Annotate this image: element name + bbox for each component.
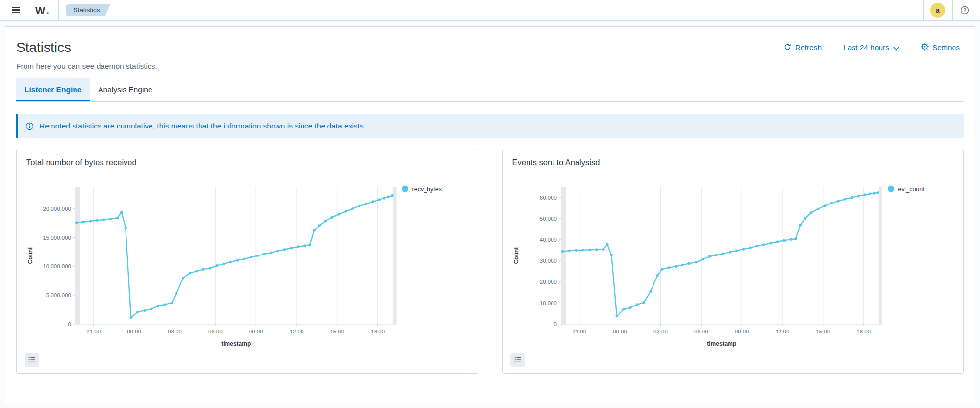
svg-text:12:00: 12:00	[290, 329, 304, 334]
breadcrumb[interactable]: Statistics	[66, 4, 111, 16]
callout-text: Remoted statistics are cumulative, this …	[39, 122, 366, 130]
menu-icon[interactable]	[6, 2, 26, 18]
svg-text:50,000: 50,000	[539, 216, 556, 222]
svg-text:09:00: 09:00	[249, 329, 263, 334]
svg-text:09:00: 09:00	[734, 329, 749, 334]
time-range-label: Last 24 hours	[843, 43, 889, 52]
svg-text:40,000: 40,000	[539, 237, 556, 243]
chart-card-events-sent: Events sent to Analysisd 21:0000:0003:00…	[502, 149, 964, 374]
chevron-down-icon	[893, 43, 899, 52]
svg-text:18:00: 18:00	[856, 329, 871, 334]
divider	[923, 0, 924, 20]
line-chart-recv-bytes[interactable]: 21:0000:0003:0006:0009:0012:0015:0018:00…	[25, 173, 470, 351]
main-panel: Statistics Refresh Last 24 hours Setting…	[5, 26, 975, 404]
divider	[58, 0, 59, 20]
svg-text:03:00: 03:00	[653, 329, 668, 334]
svg-text:timestamp: timestamp	[221, 340, 251, 347]
tab-bar: Listener Engine Analysis Engine	[16, 78, 964, 102]
info-icon	[25, 122, 34, 130]
time-range-selector[interactable]: Last 24 hours	[843, 43, 899, 52]
svg-text:timestamp: timestamp	[707, 340, 736, 347]
charts-row: Total number of bytes received 21:0000:0…	[16, 149, 964, 374]
refresh-button[interactable]: Refresh	[784, 43, 822, 52]
svg-text:15,000,000: 15,000,000	[43, 235, 71, 241]
page-title: Statistics	[16, 40, 71, 55]
svg-text:30,000: 30,000	[539, 258, 556, 264]
svg-text:15:00: 15:00	[816, 329, 830, 334]
chart-card-bytes-received: Total number of bytes received 21:0000:0…	[16, 149, 478, 374]
settings-label: Settings	[932, 43, 960, 52]
svg-text:20,000,000: 20,000,000	[43, 206, 71, 212]
wazuh-logo[interactable]: W.	[26, 3, 58, 17]
gear-icon	[921, 43, 929, 52]
svg-text:20,000: 20,000	[539, 279, 556, 285]
svg-text:Count: Count	[512, 247, 519, 264]
chart-title: Events sent to Analysisd	[512, 158, 956, 167]
svg-text:00:00: 00:00	[127, 329, 141, 334]
line-chart-evt-count[interactable]: 21:0000:0003:0006:0009:0012:0015:0018:00…	[510, 173, 956, 351]
svg-text:?: ?	[963, 7, 966, 13]
svg-text:15:00: 15:00	[330, 329, 344, 334]
svg-text:recv_bytes: recv_bytes	[412, 186, 442, 193]
svg-text:10,000,000: 10,000,000	[43, 263, 71, 269]
svg-text:5,000,000: 5,000,000	[46, 292, 71, 298]
settings-button[interactable]: Settings	[921, 43, 960, 52]
page-actions: Refresh Last 24 hours Settings	[784, 40, 964, 52]
page-subtitle: From here you can see daemon statistics.	[16, 62, 964, 71]
chart-title: Total number of bytes received	[26, 158, 470, 167]
legend-toggle-icon[interactable]	[25, 353, 39, 367]
logo-dot: .	[46, 3, 49, 17]
svg-text:00:00: 00:00	[613, 329, 627, 334]
top-bar: W. Statistics a ?	[0, 0, 980, 21]
svg-text:21:00: 21:00	[572, 329, 586, 334]
svg-text:18:00: 18:00	[371, 329, 385, 334]
tab-analysis-engine[interactable]: Analysis Engine	[90, 78, 160, 101]
avatar[interactable]: a	[930, 3, 945, 18]
svg-text:0: 0	[68, 321, 71, 327]
svg-text:12:00: 12:00	[775, 329, 789, 334]
svg-text:evt_count: evt_count	[898, 186, 925, 193]
refresh-icon	[784, 43, 791, 52]
svg-text:0: 0	[553, 321, 556, 327]
svg-text:60,000: 60,000	[539, 195, 556, 201]
svg-text:06:00: 06:00	[694, 329, 708, 334]
svg-text:03:00: 03:00	[168, 329, 182, 334]
tab-listener-engine[interactable]: Listener Engine	[16, 78, 90, 101]
help-icon[interactable]: ?	[953, 6, 974, 15]
info-callout: Remoted statistics are cumulative, this …	[16, 114, 964, 138]
svg-text:06:00: 06:00	[208, 329, 223, 334]
refresh-label: Refresh	[795, 43, 822, 52]
legend-toggle-icon[interactable]	[510, 353, 525, 367]
svg-text:21:00: 21:00	[86, 329, 101, 334]
logo-text: W	[35, 5, 45, 17]
svg-text:Count: Count	[27, 247, 34, 264]
svg-text:10,000: 10,000	[539, 300, 556, 306]
